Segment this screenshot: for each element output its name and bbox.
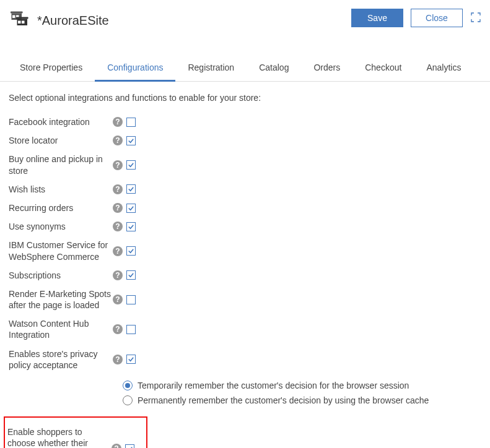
checkbox-tracking[interactable] <box>125 444 134 448</box>
help-icon[interactable]: ? <box>113 295 123 304</box>
svg-rect-7 <box>22 21 25 24</box>
option-row-watson-hub: Watson Content Hub Integration? <box>9 314 481 344</box>
option-label-bopis: Buy online and pickup in store <box>9 153 113 176</box>
radio-privacy-cache-label: Permanently remember the customer's deci… <box>138 395 429 405</box>
tab-orders[interactable]: Orders <box>301 56 352 81</box>
checkbox-privacy[interactable] <box>126 355 136 364</box>
checkbox-watson-hub[interactable] <box>126 325 136 334</box>
checkbox-store-locator[interactable] <box>126 136 136 145</box>
help-icon[interactable]: ? <box>113 117 123 127</box>
checkbox-facebook[interactable] <box>126 118 136 127</box>
help-icon[interactable]: ? <box>112 444 121 448</box>
option-row-recurring: Recurring orders? <box>9 199 481 217</box>
checkbox-wish-lists[interactable] <box>126 184 136 194</box>
option-row-store-locator: Store locator? <box>9 131 481 150</box>
option-row-render-espots: Render E-Marketing Spots after the page … <box>9 285 481 314</box>
option-row-subscriptions: Subscriptions? <box>9 266 481 285</box>
option-label-tracking: Enable shoppers to choose whether their … <box>7 426 112 448</box>
help-icon[interactable]: ? <box>113 160 123 170</box>
privacy-radio-group: Temporarily remember the customer's deci… <box>123 374 481 411</box>
help-icon[interactable]: ? <box>113 355 123 364</box>
intro-text: Select optional integrations and functio… <box>9 93 481 103</box>
checkbox-bopis[interactable] <box>126 160 136 170</box>
help-icon[interactable]: ? <box>113 184 123 194</box>
tab-analytics[interactable]: Analytics <box>414 56 473 81</box>
option-label-synonyms: Use synonyms <box>9 221 113 232</box>
radio-privacy-cache[interactable] <box>123 395 133 405</box>
tab-store-properties[interactable]: Store Properties <box>7 56 95 81</box>
option-label-watson-hub: Watson Content Hub Integration <box>9 318 113 340</box>
svg-rect-0 <box>11 12 23 14</box>
radio-privacy-session-label: Temporarily remember the customer's deci… <box>138 381 409 390</box>
help-icon[interactable]: ? <box>113 136 123 145</box>
svg-rect-2 <box>12 15 15 19</box>
option-row-privacy: Enables store's privacy policy acceptanc… <box>9 345 481 374</box>
expand-icon[interactable] <box>470 12 481 25</box>
tabs-bar: Store PropertiesConfigurationsRegistrati… <box>0 56 490 82</box>
option-label-subscriptions: Subscriptions <box>9 270 113 281</box>
option-row-bopis: Buy online and pickup in store? <box>9 150 481 179</box>
storefront-icon <box>9 9 31 33</box>
option-label-store-locator: Store locator <box>9 135 113 146</box>
radio-privacy-session[interactable] <box>123 381 133 390</box>
option-row-synonyms: Use synonyms? <box>9 217 481 236</box>
option-label-wish-lists: Wish lists <box>9 184 113 195</box>
option-row-facebook: Facebook integration? <box>9 113 481 131</box>
option-label-privacy: Enables store's privacy policy acceptanc… <box>9 348 113 371</box>
page-title: *AuroraESite <box>37 14 109 28</box>
option-row-wish-lists: Wish lists? <box>9 180 481 199</box>
checkbox-synonyms[interactable] <box>126 222 136 231</box>
option-row-ibm-cs: IBM Customer Service for WebSphere Comme… <box>9 236 481 265</box>
tab-catalog[interactable]: Catalog <box>247 56 301 81</box>
help-icon[interactable]: ? <box>113 246 123 256</box>
option-label-facebook: Facebook integration <box>9 116 113 127</box>
help-icon[interactable]: ? <box>113 324 123 334</box>
tracking-option-highlight: Enable shoppers to choose whether their … <box>4 416 147 448</box>
help-icon[interactable]: ? <box>113 203 123 213</box>
checkbox-render-espots[interactable] <box>126 295 136 304</box>
checkbox-recurring[interactable] <box>126 204 136 213</box>
save-button[interactable]: Save <box>351 9 403 27</box>
close-button[interactable]: Close <box>411 9 463 27</box>
option-label-ibm-cs: IBM Customer Service for WebSphere Comme… <box>9 239 113 262</box>
help-icon[interactable]: ? <box>113 222 123 231</box>
help-icon[interactable]: ? <box>113 270 123 280</box>
checkbox-ibm-cs[interactable] <box>126 246 136 256</box>
option-label-recurring: Recurring orders <box>9 202 113 213</box>
svg-rect-4 <box>16 17 28 19</box>
svg-rect-6 <box>18 21 21 24</box>
option-label-render-espots: Render E-Marketing Spots after the page … <box>9 288 113 311</box>
checkbox-subscriptions[interactable] <box>126 270 136 280</box>
tab-registration[interactable]: Registration <box>175 56 247 81</box>
tab-configurations[interactable]: Configurations <box>95 56 175 82</box>
tab-checkout[interactable]: Checkout <box>352 56 414 81</box>
